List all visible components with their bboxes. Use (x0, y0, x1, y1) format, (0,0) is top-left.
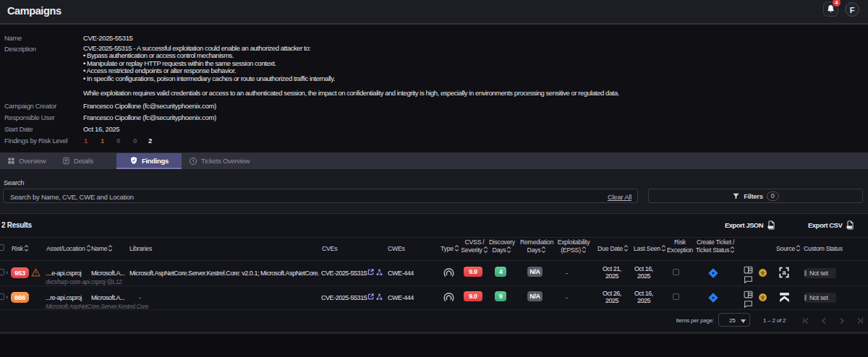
svg-text:a: a (782, 269, 786, 276)
